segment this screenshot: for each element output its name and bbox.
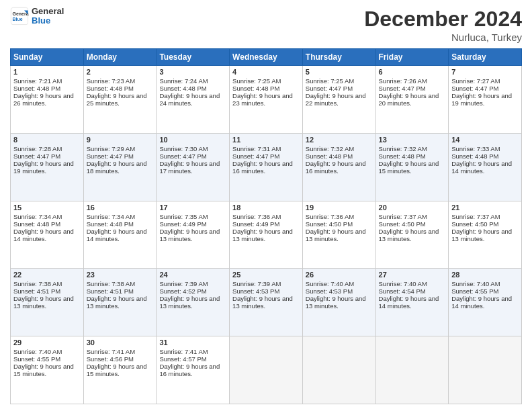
sunset-text: Sunset: 4:47 PM	[87, 152, 154, 160]
daylight-text: Daylight: 9 hours and 14 minutes.	[13, 228, 81, 242]
calendar-cell: 19Sunrise: 7:36 AMSunset: 4:50 PMDayligh…	[302, 201, 375, 269]
sunrise-text: Sunrise: 7:40 AM	[306, 280, 373, 287]
sunset-text: Sunset: 4:52 PM	[159, 287, 226, 295]
calendar-cell: 27Sunrise: 7:40 AMSunset: 4:54 PMDayligh…	[375, 269, 449, 336]
sunrise-text: Sunrise: 7:34 AM	[87, 213, 154, 220]
sunset-text: Sunset: 4:53 PM	[232, 287, 300, 295]
sunset-text: Sunset: 4:53 PM	[306, 287, 373, 295]
col-header-sunday: Sunday	[11, 49, 84, 66]
calendar-cell: 16Sunrise: 7:34 AMSunset: 4:48 PMDayligh…	[83, 201, 157, 269]
day-number: 9	[87, 136, 154, 144]
day-number: 5	[306, 68, 373, 76]
sunset-text: Sunset: 4:47 PM	[379, 85, 446, 92]
week-row-1: 1Sunrise: 7:21 AMSunset: 4:48 PMDaylight…	[11, 66, 522, 134]
daylight-text: Daylight: 9 hours and 13 minutes.	[451, 228, 519, 242]
daylight-text: Daylight: 9 hours and 15 minutes.	[379, 160, 446, 175]
day-number: 23	[87, 271, 154, 279]
calendar-cell: 20Sunrise: 7:37 AMSunset: 4:50 PMDayligh…	[375, 201, 449, 269]
sunset-text: Sunset: 4:48 PM	[451, 152, 519, 160]
daylight-text: Daylight: 9 hours and 15 minutes.	[13, 363, 81, 377]
sunrise-text: Sunrise: 7:40 AM	[451, 280, 519, 287]
calendar-cell: 10Sunrise: 7:30 AMSunset: 4:47 PMDayligh…	[157, 133, 230, 201]
daylight-text: Daylight: 9 hours and 24 minutes.	[159, 92, 226, 107]
day-number: 29	[13, 338, 81, 347]
sunrise-text: Sunrise: 7:25 AM	[232, 77, 300, 85]
sunrise-text: Sunrise: 7:38 AM	[87, 280, 154, 287]
day-number: 2	[87, 68, 154, 76]
calendar-cell: 13Sunrise: 7:32 AMSunset: 4:48 PMDayligh…	[375, 133, 449, 201]
daylight-text: Daylight: 9 hours and 20 minutes.	[379, 92, 446, 107]
svg-text:Blue: Blue	[13, 17, 23, 21]
day-number: 11	[232, 136, 300, 144]
sunset-text: Sunset: 4:47 PM	[13, 152, 81, 160]
day-number: 7	[451, 68, 519, 76]
calendar-cell: 26Sunrise: 7:40 AMSunset: 4:53 PMDayligh…	[302, 269, 375, 336]
daylight-text: Daylight: 9 hours and 16 minutes.	[159, 363, 226, 377]
sunrise-text: Sunrise: 7:36 AM	[232, 213, 300, 220]
day-number: 24	[159, 271, 226, 279]
sunrise-text: Sunrise: 7:25 AM	[306, 77, 373, 85]
sunrise-text: Sunrise: 7:35 AM	[159, 213, 226, 220]
day-number: 20	[379, 203, 446, 212]
sunset-text: Sunset: 4:48 PM	[306, 152, 373, 160]
day-number: 22	[13, 271, 81, 279]
month-title: December 2024	[364, 7, 522, 32]
day-number: 30	[87, 338, 154, 347]
sunset-text: Sunset: 4:57 PM	[159, 355, 226, 363]
calendar-cell: 5Sunrise: 7:25 AMSunset: 4:47 PMDaylight…	[302, 66, 375, 134]
sunset-text: Sunset: 4:48 PM	[379, 152, 446, 160]
sunset-text: Sunset: 4:49 PM	[232, 220, 300, 228]
calendar-cell: 28Sunrise: 7:40 AMSunset: 4:55 PMDayligh…	[449, 269, 522, 336]
daylight-text: Daylight: 9 hours and 19 minutes.	[451, 92, 519, 107]
day-number: 1	[13, 68, 81, 76]
calendar-cell: 11Sunrise: 7:31 AMSunset: 4:47 PMDayligh…	[230, 133, 303, 201]
daylight-text: Daylight: 9 hours and 13 minutes.	[159, 295, 226, 310]
sunset-text: Sunset: 4:48 PM	[232, 85, 300, 92]
daylight-text: Daylight: 9 hours and 13 minutes.	[87, 295, 154, 310]
calendar-cell: 9Sunrise: 7:29 AMSunset: 4:47 PMDaylight…	[83, 133, 157, 201]
calendar-cell: 25Sunrise: 7:39 AMSunset: 4:53 PMDayligh…	[230, 269, 303, 336]
calendar-cell: 18Sunrise: 7:36 AMSunset: 4:49 PMDayligh…	[230, 201, 303, 269]
sunset-text: Sunset: 4:48 PM	[13, 85, 81, 92]
calendar-cell: 4Sunrise: 7:25 AMSunset: 4:48 PMDaylight…	[230, 66, 303, 134]
sunrise-text: Sunrise: 7:29 AM	[87, 145, 154, 152]
sunset-text: Sunset: 4:51 PM	[87, 287, 154, 295]
sunrise-text: Sunrise: 7:23 AM	[87, 77, 154, 85]
daylight-text: Daylight: 9 hours and 16 minutes.	[232, 160, 300, 175]
sunset-text: Sunset: 4:47 PM	[232, 152, 300, 160]
col-header-friday: Friday	[375, 49, 449, 66]
daylight-text: Daylight: 9 hours and 22 minutes.	[306, 92, 373, 107]
page: General Blue General Blue December 2024 …	[0, 0, 532, 411]
sunrise-text: Sunrise: 7:21 AM	[13, 77, 81, 85]
header: General Blue General Blue December 2024 …	[10, 7, 522, 43]
daylight-text: Daylight: 9 hours and 17 minutes.	[159, 160, 226, 175]
sunrise-text: Sunrise: 7:39 AM	[232, 280, 300, 287]
sunset-text: Sunset: 4:48 PM	[87, 220, 154, 228]
day-number: 6	[379, 68, 446, 76]
sunset-text: Sunset: 4:51 PM	[13, 287, 81, 295]
day-number: 21	[451, 203, 519, 212]
calendar-cell: 24Sunrise: 7:39 AMSunset: 4:52 PMDayligh…	[157, 269, 230, 336]
sunrise-text: Sunrise: 7:26 AM	[379, 77, 446, 85]
sunrise-text: Sunrise: 7:27 AM	[451, 77, 519, 85]
day-number: 10	[159, 136, 226, 144]
daylight-text: Daylight: 9 hours and 26 minutes.	[13, 92, 81, 107]
daylight-text: Daylight: 9 hours and 13 minutes.	[232, 295, 300, 310]
day-number: 14	[451, 136, 519, 144]
calendar-cell: 17Sunrise: 7:35 AMSunset: 4:49 PMDayligh…	[157, 201, 230, 269]
day-number: 12	[306, 136, 373, 144]
daylight-text: Daylight: 9 hours and 19 minutes.	[13, 160, 81, 175]
day-number: 27	[379, 271, 446, 279]
daylight-text: Daylight: 9 hours and 23 minutes.	[232, 92, 300, 107]
calendar-cell: 1Sunrise: 7:21 AMSunset: 4:48 PMDaylight…	[11, 66, 84, 134]
day-number: 13	[379, 136, 446, 144]
col-header-wednesday: Wednesday	[230, 49, 303, 66]
sunrise-text: Sunrise: 7:28 AM	[13, 145, 81, 152]
sunrise-text: Sunrise: 7:33 AM	[451, 145, 519, 152]
calendar-table: SundayMondayTuesdayWednesdayThursdayFrid…	[10, 48, 522, 404]
daylight-text: Daylight: 9 hours and 14 minutes.	[87, 228, 154, 242]
sunrise-text: Sunrise: 7:32 AM	[379, 145, 446, 152]
calendar-cell	[375, 336, 449, 404]
daylight-text: Daylight: 9 hours and 14 minutes.	[451, 160, 519, 175]
daylight-text: Daylight: 9 hours and 25 minutes.	[87, 92, 154, 107]
